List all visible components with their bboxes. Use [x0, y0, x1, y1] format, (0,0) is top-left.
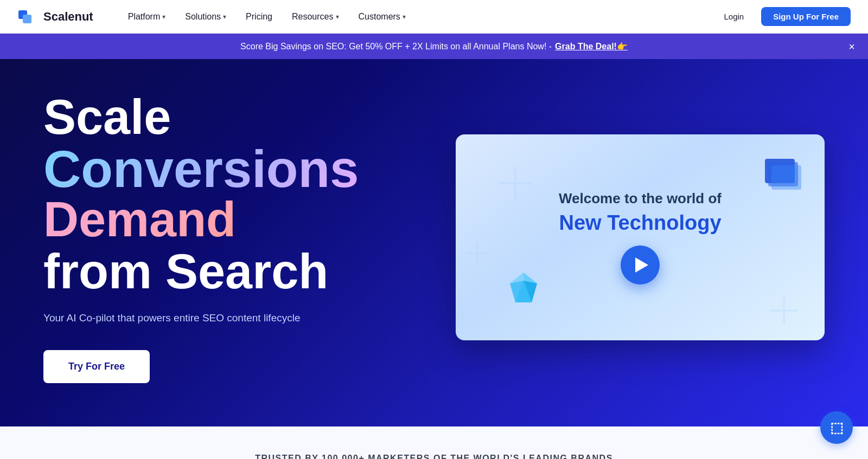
hero-subtext: Your AI Co-pilot that powers entire SEO … — [43, 310, 391, 326]
trusted-title: TRUSTED BY 100,000+ MARKETERS OF THE WOR… — [43, 454, 825, 459]
animated-words: Conversions — [43, 143, 391, 195]
hero-left: Scale Conversions Demand from Search You… — [43, 92, 412, 383]
hero-section: Scale Conversions Demand from Search You… — [0, 59, 868, 426]
chevron-down-icon: ▾ — [403, 13, 406, 21]
promo-text: Score Big Savings on SEO: Get 50% OFF + … — [240, 42, 552, 51]
try-for-free-button[interactable]: Try For Free — [43, 350, 150, 383]
video-title-text: New Technology — [559, 211, 722, 235]
promo-close-button[interactable]: × — [848, 41, 855, 52]
nav-item-platform[interactable]: Platform ▾ — [119, 8, 175, 26]
promo-banner: Score Big Savings on SEO: Get 50% OFF + … — [0, 34, 868, 59]
promo-link[interactable]: Grab The Deal!👉 — [555, 41, 628, 51]
navbar: Scalenut Platform ▾ Solutions ▾ Pricing … — [0, 0, 868, 34]
nav-right: Login Sign Up For Free — [713, 7, 851, 26]
nav-item-customers[interactable]: Customers ▾ — [350, 8, 414, 26]
hero-right: Welcome to the world of New Technology — [412, 134, 825, 340]
nav-item-solutions[interactable]: Solutions ▾ — [176, 8, 235, 26]
animated-word2: Demand — [43, 195, 391, 244]
video-card[interactable]: Welcome to the world of New Technology — [456, 134, 825, 340]
chat-icon: ⬚ — [830, 419, 844, 436]
nav-item-resources[interactable]: Resources ▾ — [283, 8, 347, 26]
login-button[interactable]: Login — [713, 8, 755, 25]
video-play-button[interactable] — [621, 245, 660, 285]
play-triangle-icon — [635, 257, 648, 273]
video-text-content: Welcome to the world of New Technology — [559, 190, 722, 285]
bracket-decoration — [760, 156, 803, 199]
gem-decoration — [505, 270, 542, 308]
trusted-section: TRUSTED BY 100,000+ MARKETERS OF THE WOR… — [0, 426, 868, 459]
logo-text: Scalenut — [43, 10, 93, 24]
svg-rect-9 — [771, 165, 801, 190]
video-welcome-text: Welcome to the world of — [559, 190, 722, 207]
nav-item-pricing[interactable]: Pricing — [237, 8, 281, 26]
signup-button[interactable]: Sign Up For Free — [761, 7, 851, 26]
scale-text: Scale — [43, 90, 171, 144]
from-search-text: from Search — [43, 244, 328, 299]
chat-bubble[interactable]: ⬚ — [820, 411, 853, 444]
logo-icon — [17, 6, 39, 28]
chevron-down-icon: ▾ — [162, 13, 165, 21]
hero-headline: Scale Conversions Demand from Search — [43, 92, 391, 297]
logo[interactable]: Scalenut — [17, 6, 93, 28]
chevron-down-icon: ▾ — [223, 13, 226, 21]
animated-word1: Conversions — [43, 143, 391, 195]
svg-rect-1 — [23, 15, 31, 23]
chevron-down-icon: ▾ — [336, 13, 339, 21]
nav-items: Platform ▾ Solutions ▾ Pricing Resources… — [119, 8, 713, 26]
